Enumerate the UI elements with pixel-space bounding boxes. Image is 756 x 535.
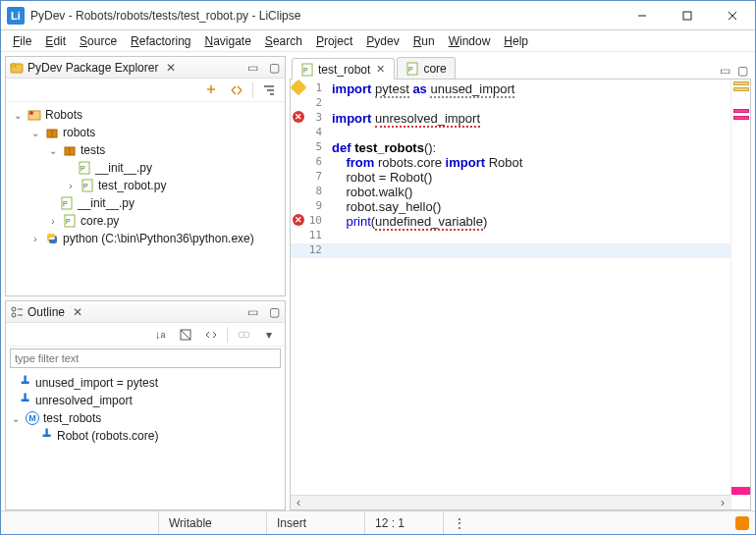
svg-text:P: P [303, 67, 308, 74]
link-editor-icon[interactable] [227, 81, 246, 99]
status-separator: ⋮ [443, 511, 475, 534]
editor-tab-bar: P test_robot ✕ P core ▭ ▢ [290, 56, 751, 80]
tree-file-core[interactable]: › P core.py [8, 212, 283, 230]
view-close-icon[interactable]: ✕ [162, 60, 180, 76]
code-line[interactable]: ✕10 print(undefined_variable) [291, 214, 730, 229]
menu-refactoring[interactable]: Refactoring [125, 32, 196, 50]
code-line[interactable]: 12 [291, 243, 730, 258]
package-explorer-view: PyDev Package Explorer ✕ ▭ ▢ ⌄ Robots [5, 56, 286, 296]
code-line[interactable]: 2 [291, 96, 730, 111]
tree-file-test-robot[interactable]: › P test_robot.py [8, 177, 283, 194]
explorer-tree[interactable]: ⌄ Robots ⌄ robots ⌄ tests P __init__.py [6, 102, 285, 295]
overview-ruler[interactable] [730, 80, 750, 509]
outline-item-unresolved-import[interactable]: ┻ unresolved_import [10, 392, 281, 409]
code-line[interactable]: 5def test_robots(): [291, 140, 730, 155]
view-maximize-icon[interactable]: ▢ [265, 60, 283, 76]
expand-arrow-icon[interactable]: › [65, 181, 77, 191]
maximize-button[interactable] [665, 1, 710, 29]
tree-python-env[interactable]: › python (C:\bin\Python36\python.exe) [8, 230, 283, 247]
menu-help[interactable]: Help [498, 32, 534, 50]
package-explorer-icon [10, 61, 24, 75]
link-editor-icon[interactable] [234, 326, 253, 344]
code-line[interactable]: 9 robot.say_hello() [291, 199, 730, 214]
code-line[interactable]: 8 robot.walk() [291, 185, 730, 199]
outline-icon [10, 305, 24, 319]
line-number: 6 [306, 155, 326, 168]
collapse-all-icon[interactable] [201, 81, 221, 99]
menu-file[interactable]: File [7, 32, 37, 50]
tree-label: test_robot.py [98, 179, 166, 192]
menu-search[interactable]: Search [259, 32, 308, 50]
view-menu-icon[interactable]: ▾ [259, 326, 279, 344]
editor-tab-test-robot[interactable]: P test_robot ✕ [292, 58, 395, 80]
tree-label: __init__.py [95, 161, 152, 175]
editor-area: P test_robot ✕ P core ▭ ▢ 1import pytest… [288, 52, 755, 510]
expand-arrow-icon[interactable]: ⌄ [12, 110, 24, 121]
menu-navigate[interactable]: Navigate [198, 32, 256, 50]
view-header: Outline ✕ ▭ ▢ [6, 301, 285, 323]
line-number: 4 [306, 126, 326, 138]
menu-edit[interactable]: Edit [39, 32, 72, 50]
scroll-right-icon[interactable]: › [715, 496, 730, 509]
expand-arrow-icon[interactable]: › [29, 234, 41, 244]
line-number: 5 [306, 140, 326, 153]
outline-item-unused-import[interactable]: ┻ unused_import = pytest [10, 374, 281, 392]
outline-filter-input[interactable] [10, 348, 281, 368]
view-minimize-icon[interactable]: ▭ [243, 304, 261, 320]
view-minimize-icon[interactable]: ▭ [243, 60, 261, 76]
menu-pydev[interactable]: Pydev [360, 32, 405, 50]
expand-arrow-icon[interactable]: ⌄ [29, 128, 41, 138]
code-line[interactable]: 4 [291, 126, 730, 140]
outline-item-robot[interactable]: ┻ Robot (robots.core) [10, 427, 281, 445]
menu-source[interactable]: Source [74, 32, 123, 50]
tree-file-init-tests[interactable]: P __init__.py [8, 159, 283, 177]
view-maximize-icon[interactable]: ▢ [265, 304, 283, 320]
python-file-icon: P [80, 178, 95, 193]
hide-fields-icon[interactable] [176, 326, 195, 344]
horizontal-scrollbar[interactable]: ‹ › [291, 495, 730, 509]
svg-text:P: P [408, 66, 413, 73]
line-number: 7 [306, 170, 326, 183]
outline-label: unresolved_import [35, 394, 133, 407]
code-editor[interactable]: 1import pytest as unused_import2✕3import… [291, 80, 730, 509]
tree-project-robots[interactable]: ⌄ Robots [8, 106, 283, 124]
code-line[interactable]: 6 from robots.core import Robot [291, 155, 730, 170]
editor-maximize-icon[interactable]: ▢ [733, 63, 751, 79]
warning-annotation-icon[interactable] [291, 81, 306, 93]
outline-label: unused_import = pytest [35, 376, 158, 390]
expand-arrow-icon[interactable]: ⌄ [47, 145, 59, 156]
line-number: 8 [306, 185, 326, 197]
menu-project[interactable]: Project [310, 32, 358, 50]
tree-package-tests[interactable]: ⌄ tests [8, 141, 283, 159]
menu-run[interactable]: Run [407, 32, 441, 50]
code-line[interactable]: 7 robot = Robot() [291, 170, 730, 185]
code-line[interactable]: ✕3import unresolved_import [291, 111, 730, 126]
menu-window[interactable]: Window [443, 32, 497, 50]
error-annotation-icon[interactable]: ✕ [291, 214, 306, 226]
package-explorer-title: PyDev Package Explorer [27, 61, 158, 75]
explorer-toolbar [6, 79, 285, 102]
minimize-button[interactable] [620, 1, 665, 29]
editor-tab-core[interactable]: P core [397, 57, 455, 79]
package-icon [62, 142, 78, 158]
package-icon [44, 125, 60, 140]
tree-file-init-robots[interactable]: P __init__.py [8, 194, 283, 212]
error-annotation-icon[interactable]: ✕ [291, 111, 306, 123]
tab-close-icon[interactable]: ✕ [374, 64, 386, 76]
close-button[interactable] [710, 1, 755, 29]
editor-minimize-icon[interactable]: ▭ [716, 63, 733, 79]
code-line[interactable]: 11 [291, 229, 730, 243]
outline-item-test-robots[interactable]: ⌄ M test_robots [10, 409, 281, 427]
code-text: import pytest as unused_import [326, 81, 730, 96]
expand-icon[interactable] [201, 326, 221, 344]
expand-arrow-icon[interactable]: ⌄ [10, 413, 22, 424]
expand-arrow-icon[interactable]: › [47, 216, 59, 227]
scroll-left-icon[interactable]: ‹ [291, 496, 306, 509]
code-line[interactable]: 1import pytest as unused_import [291, 81, 730, 96]
outline-list[interactable]: ┻ unused_import = pytest ┻ unresolved_im… [6, 372, 285, 509]
rss-icon[interactable] [735, 516, 749, 530]
view-close-icon[interactable]: ✕ [69, 304, 86, 320]
view-menu-icon[interactable] [259, 81, 279, 99]
sort-alpha-icon[interactable]: ↓a [150, 326, 170, 344]
tree-package-robots[interactable]: ⌄ robots [8, 124, 283, 141]
